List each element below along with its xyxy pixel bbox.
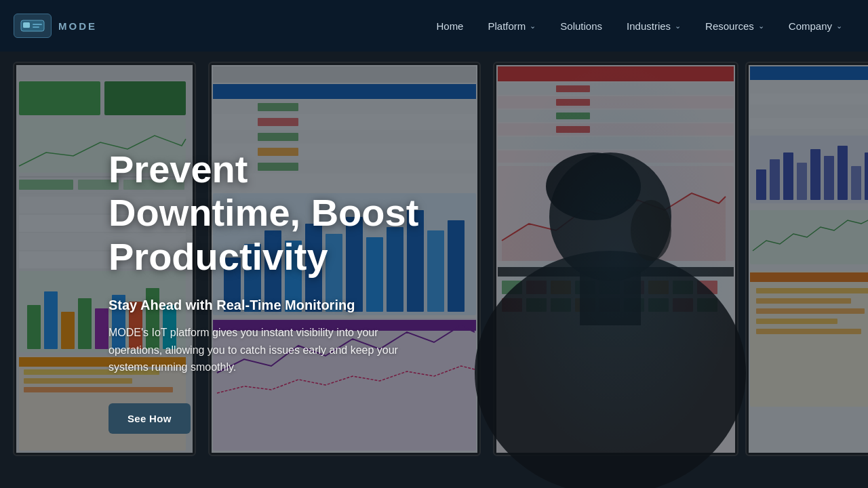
hero-title: Prevent Downtime, Boost Productivity (108, 148, 434, 279)
nav-industries[interactable]: Industries ⌄ (617, 15, 690, 37)
logo[interactable]: MODE (14, 14, 97, 38)
hero-section: Prevent Downtime, Boost Productivity Sta… (0, 0, 868, 488)
industries-chevron-icon: ⌄ (675, 22, 681, 30)
nav-solutions[interactable]: Solutions (551, 15, 612, 37)
svg-rect-3 (33, 26, 39, 28)
logo-text: MODE (58, 20, 97, 32)
platform-chevron-icon: ⌄ (530, 22, 536, 30)
nav-links: Home Platform ⌄ Solutions Industries ⌄ R… (427, 15, 852, 37)
resources-chevron-icon: ⌄ (758, 22, 764, 30)
navbar: MODE Home Platform ⌄ Solutions Industrie… (0, 0, 868, 52)
svg-rect-2 (33, 24, 42, 25)
nav-platform[interactable]: Platform ⌄ (478, 15, 545, 37)
nav-resources[interactable]: Resources ⌄ (696, 15, 774, 37)
svg-rect-1 (23, 22, 30, 28)
hero-subtitle: Stay Ahead with Real-Time Monitoring (108, 298, 434, 313)
hero-content: Prevent Downtime, Boost Productivity Sta… (0, 0, 868, 488)
hero-body-text: MODE's IoT platform gives you instant vi… (108, 324, 434, 376)
nav-company[interactable]: Company ⌄ (779, 15, 852, 37)
nav-home[interactable]: Home (427, 15, 473, 37)
see-how-button[interactable]: See How (108, 403, 191, 434)
company-chevron-icon: ⌄ (836, 22, 842, 30)
logo-icon (14, 14, 52, 38)
